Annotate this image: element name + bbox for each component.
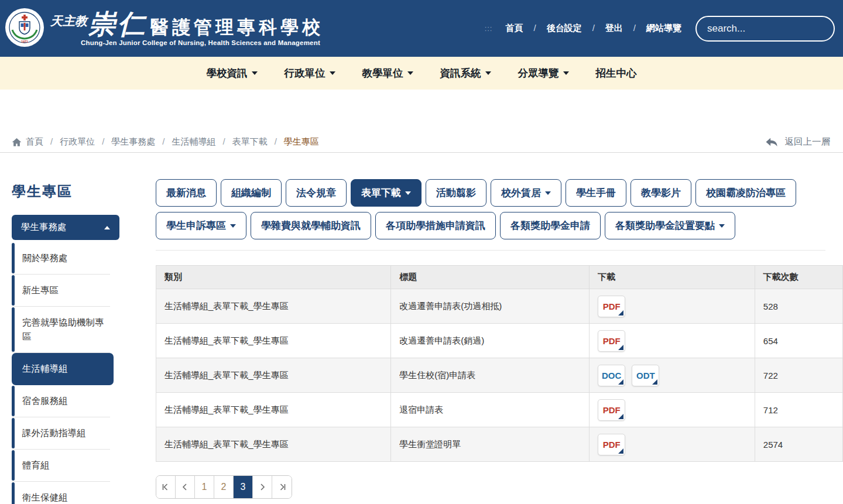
last-page-icon (278, 483, 286, 491)
tab-anti-bullying[interactable]: 校園霸凌防治專區 (695, 179, 796, 207)
sidebar-list: 關於學務處 新生專區 完善就學協助機制專區 生活輔導組 宿舍服務組 課外活動指導… (12, 242, 119, 504)
sidebar-item-freshman[interactable]: 新生專區 (12, 275, 110, 307)
pdf-download-button[interactable]: PDF (598, 296, 625, 317)
pagination-next-button[interactable] (253, 476, 272, 498)
tab-student-appeals[interactable]: 學生申訴專區 (156, 212, 246, 239)
file-type-label: PDF (603, 301, 621, 311)
sidebar-item-label: 體育組 (22, 460, 50, 470)
tab-scholarship-application[interactable]: 各類獎助學金申請 (500, 212, 601, 239)
breadcrumb-student-affairs[interactable]: 學生事務處 (111, 136, 172, 148)
nav-admissions[interactable]: 招生中心 (596, 66, 637, 80)
cell-count: 654 (755, 324, 842, 358)
school-brand: 天主教 崇仁 醫護管理專科學校 Chung-Jen Junior College… (50, 11, 324, 46)
cell-download: PDF (590, 427, 755, 462)
pagination-page-3-current[interactable]: 3 (234, 476, 253, 498)
cell-download: PDF (590, 393, 755, 427)
nav-audience-guide[interactable]: 分眾導覽 (518, 66, 569, 80)
chevron-down-icon (407, 71, 413, 75)
cell-download: DOC ODT (590, 358, 755, 393)
tabs-divider (156, 250, 825, 251)
content-area: 學生專區 學生事務處 關於學務處 新生專區 完善就學協助機制專區 生活輔導組 宿… (0, 153, 843, 504)
tab-regulations[interactable]: 法令規章 (286, 179, 347, 207)
breadcrumb-form-download[interactable]: 表單下載 (232, 136, 284, 148)
tab-tuition-aid-info[interactable]: 學雜費與就學輔助資訊 (251, 212, 371, 239)
tab-student-handbook[interactable]: 學生手冊 (566, 179, 626, 207)
tab-off-campus-housing[interactable]: 校外賃居 (491, 179, 561, 207)
nav-label: 資訊系統 (440, 66, 481, 80)
tab-label: 各類獎助學金設置要點 (615, 219, 715, 232)
home-icon[interactable] (12, 138, 22, 147)
school-logo[interactable]: 1971 (5, 8, 44, 50)
nav-info-systems[interactable]: 資訊系統 (440, 66, 491, 80)
pdf-download-button[interactable]: PDF (598, 399, 625, 421)
file-type-label: ODT (636, 371, 655, 380)
tab-activity-photos[interactable]: 活動翦影 (426, 179, 486, 207)
tab-label: 校外賃居 (501, 186, 541, 200)
brand-religion: 天主教 (50, 13, 87, 29)
nav-teaching-units[interactable]: 教學單位 (362, 66, 413, 80)
sidebar-item-health[interactable]: 衛生保健組 (12, 482, 110, 504)
odt-download-button[interactable]: ODT (632, 365, 659, 386)
tab-label: 教學影片 (641, 186, 681, 200)
search-input[interactable] (707, 23, 837, 35)
quick-link-admin[interactable]: 後台設定 (547, 23, 605, 34)
cell-title: 改過遷善申請表(銷過) (391, 324, 590, 358)
pagination-last-button[interactable] (272, 476, 292, 498)
chevron-down-icon (252, 71, 258, 75)
breadcrumb-admin-units[interactable]: 行政單位 (60, 136, 111, 148)
column-header-count: 下載次數 (755, 266, 842, 289)
cell-category: 生活輔導組_表單下載_學生專區 (156, 427, 391, 462)
accessibility-anchor[interactable]: ::: (485, 24, 493, 33)
file-type-label: DOC (602, 371, 621, 380)
header-utility-nav: ::: 首頁 後台設定 登出 網站導覽 (485, 16, 835, 42)
sidebar-item-life-guidance[interactable]: 生活輔導組 (12, 353, 114, 385)
nav-label: 學校資訊 (207, 66, 248, 80)
tab-aid-application-info[interactable]: 各項助學措施申請資訊 (375, 212, 496, 239)
cell-category: 生活輔導組_表單下載_學生專區 (156, 358, 391, 393)
pagination-page-2[interactable]: 2 (214, 476, 234, 498)
tab-label: 組織編制 (231, 186, 271, 200)
sidebar-item-sports[interactable]: 體育組 (12, 450, 110, 482)
breadcrumb-life-guidance[interactable]: 生活輔導組 (172, 136, 232, 148)
nav-school-info[interactable]: 學校資訊 (207, 66, 258, 80)
pdf-download-button[interactable]: PDF (598, 434, 625, 455)
cell-count: 528 (755, 289, 842, 324)
sidebar-section-toggle[interactable]: 學生事務處 (12, 215, 119, 240)
tab-teaching-videos[interactable]: 教學影片 (630, 179, 691, 207)
tab-label: 活動翦影 (436, 186, 476, 200)
pagination-first-button[interactable] (156, 476, 176, 498)
pdf-download-button[interactable]: PDF (598, 330, 625, 352)
nav-admin-units[interactable]: 行政單位 (285, 66, 335, 80)
quick-link-logout[interactable]: 登出 (605, 23, 646, 34)
tab-scholarship-rules[interactable]: 各類獎助學金設置要點 (605, 212, 735, 239)
breadcrumb-bar: 首頁 行政單位 學生事務處 生活輔導組 表單下載 學生專區 返回上一層 (0, 132, 843, 153)
tab-latest-news[interactable]: 最新消息 (156, 179, 217, 207)
table-row: 生活輔導組_表單下載_學生專區 改過遷善申請表(功過相抵) PDF 528 (156, 289, 843, 324)
sidebar: 學生專區 學生事務處 關於學務處 新生專區 完善就學協助機制專區 生活輔導組 宿… (12, 153, 119, 504)
site-header: 1971 天主教 崇仁 醫護管理專科學校 Chung-Jen Junior Co… (0, 0, 843, 57)
tab-form-download[interactable]: 表單下載 (351, 179, 422, 207)
search-box[interactable] (695, 16, 835, 42)
sidebar-item-dormitory[interactable]: 宿舍服務組 (12, 385, 110, 417)
breadcrumb: 首頁 行政單位 學生事務處 生活輔導組 表單下載 學生專區 (12, 136, 319, 148)
tab-label: 學雜費與就學輔助資訊 (261, 219, 361, 232)
breadcrumb-home[interactable]: 首頁 (26, 136, 60, 148)
pagination-prev-button[interactable] (176, 476, 195, 498)
chevron-down-icon (485, 71, 491, 75)
cell-count: 712 (755, 393, 842, 427)
doc-download-button[interactable]: DOC (598, 365, 625, 386)
tab-label: 表單下載 (361, 186, 401, 200)
pagination-page-1[interactable]: 1 (195, 476, 214, 498)
main-navigation: 學校資訊 行政單位 教學單位 資訊系統 分眾導覽 招生中心 (0, 57, 843, 90)
sidebar-item-about[interactable]: 關於學務處 (12, 242, 110, 275)
sidebar-item-extracurricular[interactable]: 課外活動指導組 (12, 417, 110, 450)
sidebar-item-study-assist[interactable]: 完善就學協助機制專區 (12, 307, 110, 353)
quick-link-home[interactable]: 首頁 (505, 23, 546, 34)
tab-label: 各項助學措施申請資訊 (386, 219, 485, 232)
cell-download: PDF (590, 289, 755, 324)
tab-organization[interactable]: 組織編制 (221, 179, 282, 207)
back-to-previous-link[interactable]: 返回上一層 (765, 136, 831, 148)
quick-link-sitemap[interactable]: 網站導覽 (646, 23, 681, 34)
tab-label: 各類獎助學金申請 (510, 219, 590, 232)
sidebar-item-label: 宿舍服務組 (22, 396, 68, 406)
